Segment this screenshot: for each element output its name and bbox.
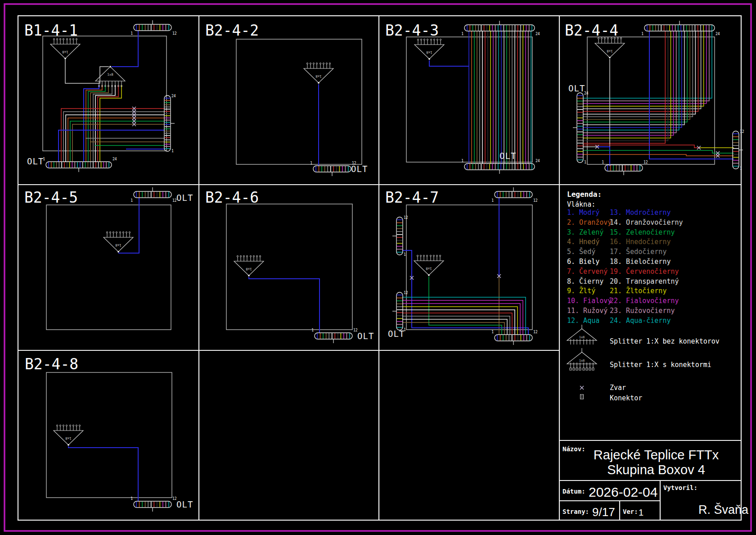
connector-pin-label-end: 12 xyxy=(644,160,648,164)
legend-fiber-item: 17. Šedočierny xyxy=(610,247,666,256)
legend-fiber-item: 2. Oranžový xyxy=(567,218,612,227)
panel-title: B2-4-8 xyxy=(25,355,78,373)
olt-label: OLT xyxy=(357,331,374,341)
splitter-apex-dot xyxy=(109,66,111,68)
drawing-sheet: 1122411241x81x8B1-4-1OLT1121x8B2-4-2OLT1… xyxy=(0,0,756,535)
connector-pin-label-start: 1 xyxy=(602,160,604,164)
connector-pin-label-end: 24 xyxy=(716,32,720,36)
legend-fiber-item: 16. Hnedočierny xyxy=(610,238,670,246)
connector-pin-label-end: 12 xyxy=(533,330,538,334)
connector-pin-label-end: 1 xyxy=(584,160,586,164)
olt-label: OLT xyxy=(388,329,405,339)
legend-fiber-item: 18. Bieločierny xyxy=(610,258,670,266)
connector-pin-label-start: 1 xyxy=(130,199,133,203)
splitter-apex-dot xyxy=(117,251,119,253)
connector-pin-label-start: 1 xyxy=(641,32,644,36)
schematic-canvas: 1122411241x81x8B1-4-1OLT1121x8B2-4-2OLT1… xyxy=(0,0,756,535)
splitter-ratio-label: 1x8 xyxy=(65,436,72,440)
splitter-apex-dot xyxy=(64,58,66,59)
olt-label: OLT xyxy=(176,499,193,509)
connector-pin-label-end: 1 xyxy=(171,149,174,153)
panel-title: B2-4-2 xyxy=(205,22,259,39)
legend-fiber-item: 4. Hnedý xyxy=(567,238,599,246)
legend-fiber-item: 10. Fialový xyxy=(567,297,612,305)
connector-pin-label-end: 24 xyxy=(536,32,540,36)
connector-pin-label-end: 12 xyxy=(172,32,177,36)
titleblock-vytvoril-label: Vytvoril: xyxy=(663,484,698,491)
connector-pin-label-start: 1 xyxy=(491,330,494,334)
olt-label: OLT xyxy=(500,151,516,161)
legend-fiber-item: 20. Transparentný xyxy=(610,277,679,286)
olt-label: OLT xyxy=(568,83,585,93)
connector-pin-label-end: 24 xyxy=(112,157,117,161)
titleblock-vytvoril-value: R. Švaňa xyxy=(698,503,749,517)
legend-fiber-item: 9. Žltý xyxy=(567,286,595,295)
legend-fiber-item: 6. Biely xyxy=(567,258,599,266)
legend-fiber-item: 15. Zelenočierny xyxy=(610,228,675,236)
splitter-apex-dot xyxy=(428,58,430,60)
legend-fiber-item: 11. Ružový xyxy=(567,307,608,315)
connector-pin-label-start: 12 xyxy=(404,291,408,295)
splitter-apex-dot xyxy=(318,82,320,84)
titleblock-ver-label: Ver: xyxy=(623,508,638,515)
olt-label: OLT xyxy=(351,164,368,174)
titleblock-datum-value: 2026-02-04 xyxy=(589,485,657,499)
legend-fiber-item: 8. Čierny xyxy=(567,277,603,286)
connector-pin-label-end: 1 xyxy=(740,167,742,171)
connector-pin-label-start: 1 xyxy=(461,32,464,36)
panel-title: B2-4-5 xyxy=(24,189,78,206)
legend-fiber-item: 13. Modročierny xyxy=(610,209,670,217)
titleblock-strany-value: 9/17 xyxy=(592,505,615,519)
olt-label: OLT xyxy=(27,156,44,166)
legend-fiber-item: 24. Aqua-čierny xyxy=(610,317,670,325)
titleblock-ver-value: 1 xyxy=(639,508,644,517)
connector-pin-label-start: 12 xyxy=(740,130,744,134)
connector-pin-label-end: 24 xyxy=(536,159,540,163)
splitter-ratio-label: 1x8 xyxy=(579,359,585,363)
legend-fiber-item: 14. Oranžovočierny xyxy=(610,218,683,227)
legend-splitter2-label: Splitter 1:X s konektormi xyxy=(610,361,711,369)
legend-fiber-item: 12. Aqua xyxy=(567,317,599,325)
connector-pin-label-start: 1 xyxy=(491,199,494,203)
connector-pin-label-start: 12 xyxy=(404,216,408,220)
panel-title: B2-4-6 xyxy=(205,189,259,206)
legend-fiber-item: 23. Ružovočierny xyxy=(610,307,675,315)
splitter-apex-dot xyxy=(68,444,69,446)
legend-splitter1-label: Splitter 1:X bez konektorov xyxy=(610,337,720,345)
splitter-ratio-label: 1x8 xyxy=(115,243,122,247)
connector-pin-label-start: 24 xyxy=(171,94,176,98)
legend-heading: Legenda: xyxy=(567,190,602,199)
splitter-ratio-label: 1x8 xyxy=(107,73,113,77)
legend-konektor-label: Konektor xyxy=(610,394,642,402)
olt-label: OLT xyxy=(176,193,193,203)
splitter-apex-dot xyxy=(609,57,611,59)
legend-fiber-item: 7. Červený xyxy=(567,267,608,276)
connector-pin-label-start: 1 xyxy=(461,159,464,163)
splitter-apex-dot xyxy=(248,275,250,277)
splitter-ratio-label: 1x8 xyxy=(246,267,252,271)
legend-fiber-item: 19. Červenočierny xyxy=(610,267,679,276)
connector-pin-label-start: 1 xyxy=(130,497,133,501)
splitter-ratio-label: 1x8 xyxy=(579,336,585,339)
legend-fiber-item: 5. Šedý xyxy=(567,247,595,256)
connector-pin-label-start: 1 xyxy=(311,328,314,332)
panel-title: B1-4-1 xyxy=(24,22,78,39)
titleblock-nazov-label: Názov: xyxy=(562,445,585,453)
legend-fiber-item: 22. Fialovočierny xyxy=(610,297,679,305)
splitter-ratio-label: 1x8 xyxy=(315,74,322,78)
titleblock-nazov-line1: Rajecké Teplice FTTx xyxy=(594,448,719,462)
panel-title: B2-4-7 xyxy=(385,189,439,206)
splitter-ratio-label: 1x8 xyxy=(426,267,432,271)
connector-pin-label-start: 1 xyxy=(310,161,312,165)
panel-title: B2-4-4 xyxy=(565,22,618,39)
titleblock-strany-label: Strany: xyxy=(562,508,589,515)
titleblock-nazov-line2: Skupina Boxov 4 xyxy=(607,462,705,477)
panel-title: B2-4-3 xyxy=(385,22,439,39)
splitter-ratio-label: 1x8 xyxy=(607,49,613,53)
legend-zvar-label: Zvar xyxy=(610,384,626,392)
connector-pin-label-end: 12 xyxy=(533,199,538,203)
legend-fiber-item: 21. Žltočierny xyxy=(610,286,666,295)
connector-pin-label-end: 1 xyxy=(404,253,406,257)
splitter-apex-dot xyxy=(428,274,430,276)
legend-fiber-item: 1. Modrý xyxy=(567,209,599,217)
